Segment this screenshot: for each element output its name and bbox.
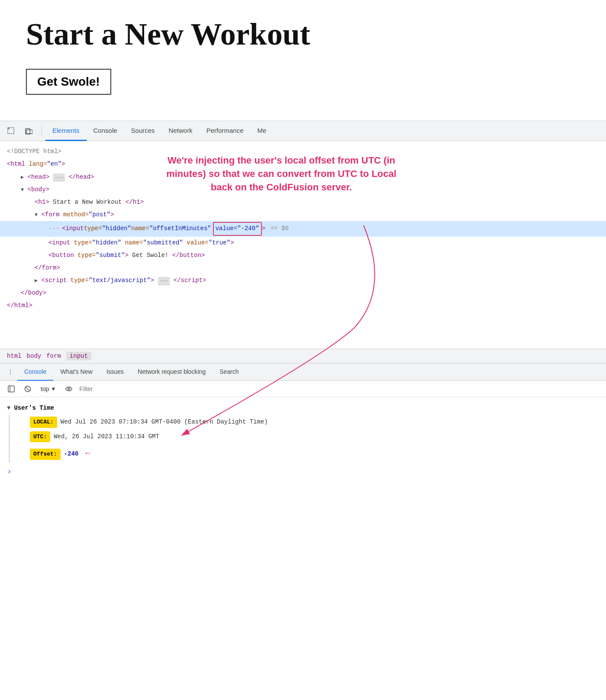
dom-input-offset[interactable]: ··· <input type="hidden" name="offsetInM… — [0, 221, 606, 236]
dom-html-close: </html> — [0, 299, 606, 312]
svg-point-10 — [68, 388, 70, 390]
console-output: ▼ User's Time LOCAL: Wed Jul 26 2023 07:… — [0, 397, 606, 485]
triangle-icon: ▼ — [7, 403, 10, 414]
context-selector[interactable]: top ▼ — [38, 385, 58, 393]
dom-tree-container: <!DOCTYPE html> <html lang="en"> ▶ <head… — [0, 141, 606, 349]
console-prompt[interactable]: › — [0, 463, 606, 480]
console-row-offset: Offset: -240 ← — [23, 444, 606, 463]
inspect-element-icon[interactable] — [3, 123, 19, 139]
breadcrumb-body[interactable]: body — [27, 353, 42, 360]
dom-head[interactable]: ▶ <head> ··· </head> — [0, 171, 606, 183]
breadcrumb-form[interactable]: form — [46, 353, 61, 360]
get-swole-button[interactable]: Get Swole! — [26, 69, 111, 95]
local-value: Wed Jul 26 2023 07:10:34 GMT-0400 (Easte… — [61, 417, 268, 427]
console-tab-issues[interactable]: Issues — [100, 363, 131, 381]
console-tab-console[interactable]: Console — [17, 363, 53, 381]
left-arrow-icon: ← — [85, 446, 90, 461]
local-badge: LOCAL: — [30, 417, 57, 427]
tab-console[interactable]: Console — [87, 121, 124, 141]
tab-separator — [42, 126, 42, 136]
svg-rect-5 — [8, 386, 14, 392]
svg-line-8 — [26, 387, 30, 391]
elements-panel: <!DOCTYPE html> <html lang="en"> ▶ <head… — [0, 141, 606, 349]
breadcrumb-input[interactable]: input — [66, 352, 91, 360]
page-content: Start a New Workout Get Swole! — [0, 0, 606, 121]
console-row-utc: UTC: Wed, 26 Jul 2023 11:10:34 GMT — [23, 430, 606, 444]
utc-badge: UTC: — [30, 431, 50, 442]
devtools-panel: Elements Console Sources Network Perform… — [0, 121, 606, 485]
svg-rect-3 — [26, 130, 32, 134]
console-group-header[interactable]: ▼ User's Time — [0, 401, 606, 415]
tab-more[interactable]: Me — [251, 121, 274, 141]
dom-input-submitted[interactable]: <input type="hidden" name="submitted" va… — [0, 237, 606, 249]
utc-value: Wed, 26 Jul 2023 11:10:34 GMT — [54, 431, 159, 442]
dom-tree: <!DOCTYPE html> <html lang="en"> ▶ <head… — [0, 141, 606, 316]
devtools-tabs-bar: Elements Console Sources Network Perform… — [0, 121, 606, 141]
dom-doctype: <!DOCTYPE html> — [0, 145, 606, 158]
breadcrumb-html[interactable]: html — [7, 353, 22, 360]
console-menu-icon[interactable]: ⋮ — [3, 365, 17, 379]
eye-icon[interactable] — [63, 383, 75, 395]
page-title: Start a New Workout — [26, 17, 580, 51]
console-tab-search[interactable]: Search — [213, 363, 245, 381]
sidebar-toggle-button[interactable] — [5, 383, 17, 395]
console-group-content: LOCAL: Wed Jul 26 2023 07:10:34 GMT-0400… — [9, 415, 606, 463]
dom-html[interactable]: <html lang="en"> — [0, 158, 606, 170]
tab-performance[interactable]: Performance — [200, 121, 251, 141]
tab-network[interactable]: Network — [162, 121, 200, 141]
dom-form[interactable]: ▼ <form method="post"> — [0, 209, 606, 221]
dom-h1[interactable]: <h1> Start a New Workout </h1> — [0, 196, 606, 209]
value-attribute-box: value="-240" — [213, 222, 262, 235]
tab-elements[interactable]: Elements — [45, 121, 87, 141]
dom-body[interactable]: ▼ <body> — [0, 183, 606, 196]
console-toolbar: top ▼ — [0, 381, 606, 397]
breadcrumb-bar: html body form input — [0, 349, 606, 363]
console-row-local: LOCAL: Wed Jul 26 2023 07:10:34 GMT-0400… — [23, 415, 606, 429]
console-filter-input[interactable] — [79, 385, 601, 392]
clear-console-button[interactable] — [22, 383, 34, 395]
dom-script[interactable]: ▶ <script type="text/javascript"> ··· </… — [0, 274, 606, 287]
chevron-down-icon: ▼ — [51, 386, 56, 392]
dom-button[interactable]: <button type="submit"> Get Swole! </butt… — [0, 249, 606, 262]
tab-sources[interactable]: Sources — [124, 121, 162, 141]
console-tabs-bar: ⋮ Console What's New Issues Network requ… — [0, 363, 606, 381]
dom-body-close: </body> — [0, 287, 606, 299]
console-tab-whatsnew[interactable]: What's New — [53, 363, 99, 381]
dom-form-close[interactable]: </form> — [0, 262, 606, 274]
prompt-arrow-icon: › — [7, 465, 12, 478]
offset-badge: Offset: — [30, 449, 61, 459]
console-tab-network-blocking[interactable]: Network request blocking — [131, 363, 213, 381]
device-toolbar-icon[interactable] — [21, 123, 36, 139]
offset-value: -240 — [64, 449, 79, 459]
